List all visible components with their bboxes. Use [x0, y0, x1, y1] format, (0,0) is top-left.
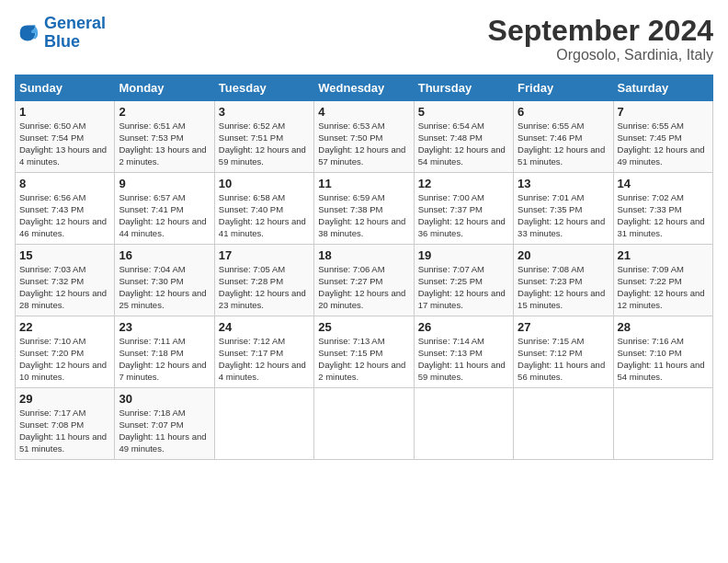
day-number: 16: [119, 248, 210, 262]
day-number: 22: [19, 320, 110, 334]
day-detail: Sunrise: 7:04 AMSunset: 7:30 PMDaylight:…: [119, 264, 210, 311]
table-row: 30Sunrise: 7:18 AMSunset: 7:07 PMDayligh…: [115, 388, 214, 460]
day-number: 20: [518, 248, 609, 262]
logo-line1: General: [44, 14, 106, 32]
day-number: 4: [318, 105, 409, 119]
day-detail: Sunrise: 6:55 AMSunset: 7:45 PMDaylight:…: [618, 121, 709, 167]
title-area: September 2024 Orgosolo, Sardinia, Italy: [488, 15, 713, 63]
header-sunday: Sunday: [16, 75, 115, 101]
day-detail: Sunrise: 6:52 AMSunset: 7:51 PMDaylight:…: [219, 121, 310, 167]
day-detail: Sunrise: 7:11 AMSunset: 7:18 PMDaylight:…: [119, 336, 210, 383]
table-row: 20Sunrise: 7:08 AMSunset: 7:23 PMDayligh…: [514, 245, 613, 316]
day-number: 27: [518, 320, 609, 334]
table-row: [414, 388, 513, 460]
day-number: 18: [318, 248, 409, 262]
day-number: 25: [318, 320, 409, 334]
day-detail: Sunrise: 7:03 AMSunset: 7:32 PMDaylight:…: [19, 264, 110, 311]
day-detail: Sunrise: 6:54 AMSunset: 7:48 PMDaylight:…: [418, 121, 509, 167]
day-detail: Sunrise: 6:51 AMSunset: 7:53 PMDaylight:…: [119, 121, 210, 167]
table-row: 13Sunrise: 7:01 AMSunset: 7:35 PMDayligh…: [514, 173, 613, 245]
day-detail: Sunrise: 7:16 AMSunset: 7:10 PMDaylight:…: [618, 336, 709, 383]
table-row: 29Sunrise: 7:17 AMSunset: 7:08 PMDayligh…: [16, 388, 115, 460]
table-row: 21Sunrise: 7:09 AMSunset: 7:22 PMDayligh…: [613, 245, 712, 316]
table-row: 16Sunrise: 7:04 AMSunset: 7:30 PMDayligh…: [115, 245, 214, 316]
calendar-body: 1Sunrise: 6:50 AMSunset: 7:54 PMDaylight…: [16, 101, 713, 460]
day-detail: Sunrise: 7:15 AMSunset: 7:12 PMDaylight:…: [518, 336, 609, 383]
header-monday: Monday: [115, 75, 214, 101]
day-number: 3: [219, 105, 310, 119]
day-detail: Sunrise: 6:50 AMSunset: 7:54 PMDaylight:…: [19, 121, 110, 167]
day-detail: Sunrise: 7:09 AMSunset: 7:22 PMDaylight:…: [618, 264, 709, 311]
day-number: 19: [418, 248, 509, 262]
table-row: 19Sunrise: 7:07 AMSunset: 7:25 PMDayligh…: [414, 245, 513, 316]
table-row: [314, 388, 414, 460]
table-row: [514, 388, 613, 460]
table-row: 2Sunrise: 6:51 AMSunset: 7:53 PMDaylight…: [115, 101, 214, 173]
day-number: 10: [219, 177, 310, 190]
table-row: 18Sunrise: 7:06 AMSunset: 7:27 PMDayligh…: [314, 245, 414, 316]
table-row: 22Sunrise: 7:10 AMSunset: 7:20 PMDayligh…: [16, 316, 115, 388]
table-row: [214, 388, 313, 460]
day-number: 21: [618, 248, 709, 262]
day-detail: Sunrise: 6:59 AMSunset: 7:38 PMDaylight:…: [318, 192, 409, 239]
header-wednesday: Wednesday: [314, 75, 414, 101]
day-number: 14: [618, 177, 709, 190]
day-number: 8: [19, 177, 110, 190]
day-number: 9: [119, 177, 210, 190]
calendar-header: Sunday Monday Tuesday Wednesday Thursday…: [16, 75, 713, 101]
day-number: 13: [518, 177, 609, 190]
table-row: 27Sunrise: 7:15 AMSunset: 7:12 PMDayligh…: [514, 316, 613, 388]
day-detail: Sunrise: 7:08 AMSunset: 7:23 PMDaylight:…: [518, 264, 609, 311]
table-row: 25Sunrise: 7:13 AMSunset: 7:15 PMDayligh…: [314, 316, 414, 388]
day-number: 5: [418, 105, 509, 119]
day-detail: Sunrise: 7:12 AMSunset: 7:17 PMDaylight:…: [219, 336, 310, 383]
day-detail: Sunrise: 7:05 AMSunset: 7:28 PMDaylight:…: [219, 264, 310, 311]
day-number: 17: [219, 248, 310, 262]
day-number: 24: [219, 320, 310, 334]
day-detail: Sunrise: 6:56 AMSunset: 7:43 PMDaylight:…: [19, 192, 110, 239]
table-row: 12Sunrise: 7:00 AMSunset: 7:37 PMDayligh…: [414, 173, 513, 245]
day-number: 23: [119, 320, 210, 334]
logo: General Blue: [15, 15, 106, 52]
day-number: 15: [19, 248, 110, 262]
day-detail: Sunrise: 6:58 AMSunset: 7:40 PMDaylight:…: [219, 192, 310, 239]
day-detail: Sunrise: 7:17 AMSunset: 7:08 PMDaylight:…: [19, 408, 110, 454]
logo-icon: [15, 20, 40, 46]
day-detail: Sunrise: 7:02 AMSunset: 7:33 PMDaylight:…: [618, 192, 709, 239]
table-row: 6Sunrise: 6:55 AMSunset: 7:46 PMDaylight…: [514, 101, 613, 173]
day-detail: Sunrise: 7:07 AMSunset: 7:25 PMDaylight:…: [418, 264, 509, 311]
table-row: 3Sunrise: 6:52 AMSunset: 7:51 PMDaylight…: [214, 101, 313, 173]
page-header: General Blue September 2024 Orgosolo, Sa…: [15, 15, 713, 63]
header-thursday: Thursday: [414, 75, 513, 101]
day-detail: Sunrise: 7:13 AMSunset: 7:15 PMDaylight:…: [318, 336, 409, 383]
day-detail: Sunrise: 6:57 AMSunset: 7:41 PMDaylight:…: [119, 192, 210, 239]
table-row: 5Sunrise: 6:54 AMSunset: 7:48 PMDaylight…: [414, 101, 513, 173]
table-row: 10Sunrise: 6:58 AMSunset: 7:40 PMDayligh…: [214, 173, 313, 245]
table-row: [613, 388, 712, 460]
day-detail: Sunrise: 7:10 AMSunset: 7:20 PMDaylight:…: [19, 336, 110, 383]
table-row: 15Sunrise: 7:03 AMSunset: 7:32 PMDayligh…: [16, 245, 115, 316]
day-detail: Sunrise: 7:00 AMSunset: 7:37 PMDaylight:…: [418, 192, 509, 239]
table-row: 23Sunrise: 7:11 AMSunset: 7:18 PMDayligh…: [115, 316, 214, 388]
day-detail: Sunrise: 6:55 AMSunset: 7:46 PMDaylight:…: [518, 121, 609, 167]
table-row: 7Sunrise: 6:55 AMSunset: 7:45 PMDaylight…: [613, 101, 712, 173]
day-number: 6: [518, 105, 609, 119]
header-friday: Friday: [514, 75, 613, 101]
day-number: 28: [618, 320, 709, 334]
day-number: 29: [19, 392, 110, 406]
day-detail: Sunrise: 6:53 AMSunset: 7:50 PMDaylight:…: [318, 121, 409, 167]
table-row: 11Sunrise: 6:59 AMSunset: 7:38 PMDayligh…: [314, 173, 414, 245]
table-row: 28Sunrise: 7:16 AMSunset: 7:10 PMDayligh…: [613, 316, 712, 388]
table-row: 26Sunrise: 7:14 AMSunset: 7:13 PMDayligh…: [414, 316, 513, 388]
logo-line2: Blue: [44, 32, 80, 51]
day-number: 2: [119, 105, 210, 119]
header-saturday: Saturday: [613, 75, 712, 101]
header-tuesday: Tuesday: [214, 75, 313, 101]
table-row: 8Sunrise: 6:56 AMSunset: 7:43 PMDaylight…: [16, 173, 115, 245]
day-detail: Sunrise: 7:06 AMSunset: 7:27 PMDaylight:…: [318, 264, 409, 311]
day-detail: Sunrise: 7:14 AMSunset: 7:13 PMDaylight:…: [418, 336, 509, 383]
day-detail: Sunrise: 7:01 AMSunset: 7:35 PMDaylight:…: [518, 192, 609, 239]
day-number: 11: [318, 177, 409, 190]
table-row: 4Sunrise: 6:53 AMSunset: 7:50 PMDaylight…: [314, 101, 414, 173]
logo-text: General Blue: [44, 15, 106, 52]
